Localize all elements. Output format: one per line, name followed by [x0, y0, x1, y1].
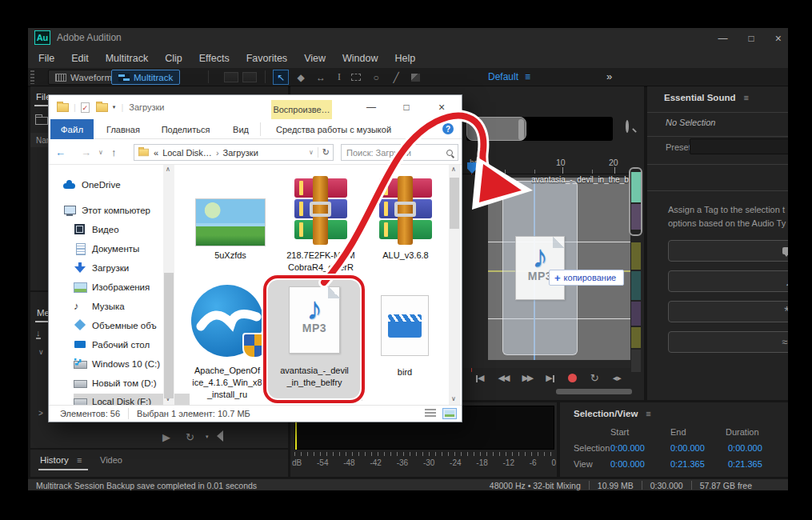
file-label[interactable]: bird	[357, 366, 453, 378]
file-icon-rar-archive-1[interactable]	[294, 178, 347, 242]
ribbon-tab-home[interactable]: Главная	[99, 119, 147, 139]
address-dropdown-icon[interactable]: ∨	[309, 149, 314, 156]
waveform-button[interactable]: Waveform	[48, 70, 119, 85]
dialogue-tag-button[interactable]: Di	[668, 240, 788, 262]
maximize-button[interactable]: □	[749, 33, 754, 44]
menu-item-file[interactable]: File	[38, 53, 54, 64]
recent-locations-icon[interactable]: ∨	[98, 149, 103, 156]
music-tag-button[interactable]: ♫ M	[668, 270, 788, 292]
details-view-icon[interactable]	[425, 409, 436, 418]
search-input[interactable]: Поиск: Загрузки	[341, 144, 458, 161]
address-bar[interactable]: « Local Disk… › Загрузки ∨ ↻	[134, 144, 334, 161]
file-icon-openoffice-installer[interactable]	[191, 285, 263, 357]
zoom-navigator-bar[interactable]	[466, 117, 613, 141]
essential-sound-menu-icon[interactable]: ≡	[743, 93, 748, 102]
rewind-button[interactable]: ◀◀	[498, 373, 508, 383]
file-label[interactable]: 5uXzfds	[182, 250, 278, 262]
lasso-tool-icon[interactable]: ○	[368, 70, 384, 85]
files-scroll-down-icon[interactable]: ∨	[451, 395, 456, 402]
sidebar-item-documents[interactable]: Документы	[74, 241, 139, 257]
back-icon[interactable]: ←	[55, 146, 66, 158]
nav-scroll-up-icon[interactable]: ∧	[166, 166, 170, 173]
menu-item-view[interactable]: View	[304, 53, 326, 64]
nav-scrollbar[interactable]: ∧ ∨	[163, 165, 174, 405]
sidebar-item-3d-objects[interactable]: Объемные объ	[74, 318, 157, 334]
skip-to-start-button[interactable]: ◀	[476, 373, 484, 383]
preset-dropdown[interactable]	[690, 138, 788, 154]
thumbnails-view-icon[interactable]	[442, 408, 457, 419]
brush-tool-icon[interactable]: ╱	[388, 70, 404, 85]
menu-item-help[interactable]: Help	[394, 53, 415, 64]
vertical-scrollbar-thumb[interactable]	[629, 167, 642, 236]
sidebar-item-downloads[interactable]: Загрузки	[74, 260, 129, 276]
ribbon-collapse-icon[interactable]: ∨	[425, 125, 430, 133]
zoom-navigator-selection[interactable]	[466, 117, 526, 141]
files-scroll-up-icon[interactable]: ∧	[451, 166, 456, 173]
media-loop-button[interactable]: ↻	[186, 431, 194, 443]
files-scrollbar[interactable]: ∧ ∨	[449, 165, 460, 405]
breadcrumb-drive[interactable]: Local Disk…	[162, 148, 212, 158]
sidebar-item-windows-c[interactable]: Windows 10 (C:)	[74, 356, 160, 372]
media-play-button[interactable]: ▶	[162, 431, 170, 443]
history-menu-icon[interactable]: ≡	[77, 455, 82, 465]
help-icon[interactable]: ?	[442, 123, 454, 134]
healing-brush-tool-icon[interactable]	[407, 70, 423, 85]
menu-item-multitrack[interactable]: Multitrack	[106, 53, 148, 64]
selection-view-title[interactable]: Selection/View	[574, 409, 638, 418]
move-tool-icon[interactable]: ↖	[273, 70, 289, 85]
qat-customize-icon[interactable]: ▾	[113, 104, 116, 110]
view-start-value[interactable]: 0:00.000	[610, 459, 645, 469]
marquee-tool-icon[interactable]	[348, 70, 364, 85]
nav-scrollbar-thumb[interactable]	[164, 273, 174, 398]
file-icon-rar-archive-2[interactable]	[379, 178, 432, 242]
collapse-chevron-icon[interactable]: ∨	[38, 348, 44, 356]
minimize-button[interactable]: —	[718, 33, 728, 44]
file-label[interactable]: ALU_v3.6.8	[358, 250, 454, 262]
skip-selection-button[interactable]: ◂▸	[613, 373, 622, 383]
record-button[interactable]	[568, 374, 577, 382]
explorer-minimize-button[interactable]: —	[354, 95, 389, 119]
fast-forward-button[interactable]: ▶▶	[522, 373, 532, 383]
up-icon[interactable]: ↑	[111, 146, 117, 158]
workspace-selector[interactable]: Default ≡	[488, 71, 530, 82]
ribbon-tab-view[interactable]: Вид	[226, 119, 255, 139]
view-end-value[interactable]: 0:21.365	[670, 459, 705, 469]
zoom-navigate-icon[interactable]	[626, 122, 629, 131]
open-file-icon[interactable]	[35, 117, 48, 125]
breadcrumb-downloads[interactable]: Загрузки	[223, 148, 258, 158]
ribbon-tab-music-tools[interactable]: Средства работы с музыкой	[270, 119, 398, 139]
menu-item-window[interactable]: Window	[342, 53, 378, 64]
explorer-maximize-button[interactable]: □	[389, 95, 424, 119]
selection-end-value[interactable]: 0:00.000	[670, 443, 705, 453]
sidebar-item-music[interactable]: ♪ Музыка	[74, 298, 125, 314]
explorer-close-button[interactable]: ×	[424, 95, 459, 119]
loop-playback-button[interactable]: ↻	[590, 372, 599, 384]
sidebar-item-new-volume-d[interactable]: Новый том (D:)	[74, 375, 157, 391]
speaker-dropdown-icon[interactable]: ▾	[206, 434, 209, 440]
zoom-navigator-handle[interactable]	[518, 119, 524, 140]
ribbon-tab-file[interactable]: Файл	[50, 119, 94, 139]
ribbon-tab-share[interactable]: Поделиться	[157, 119, 214, 139]
menu-item-effects[interactable]: Effects	[199, 53, 230, 64]
import-icon[interactable]: ↓	[36, 329, 41, 339]
properties-quick-icon[interactable]: ✓	[81, 102, 90, 113]
close-button[interactable]: ×	[775, 32, 782, 45]
forward-icon[interactable]: →	[81, 146, 91, 158]
sidebar-item-videos[interactable]: Видео	[74, 222, 119, 238]
sidebar-item-onedrive[interactable]: OneDrive	[63, 177, 121, 193]
view-duration-value[interactable]: 0:21.365	[728, 459, 762, 469]
ambience-tag-button[interactable]: ≈ Am	[668, 331, 788, 353]
menu-item-favorites[interactable]: Favorites	[246, 53, 287, 64]
expand-chevron-icon[interactable]: >	[38, 409, 43, 418]
file-icon-image-5uxzfds[interactable]	[195, 198, 266, 246]
address-collapsed-icon[interactable]: «	[154, 148, 158, 158]
audition-titlebar[interactable]: Au Adobe Audition — □ ×	[28, 28, 788, 48]
menu-item-edit[interactable]: Edit	[71, 53, 89, 64]
file-label[interactable]: Apache_OpenOf ice_4.1.6_Win_x8 _install_…	[179, 365, 275, 401]
sfx-tag-button[interactable]: * SF	[668, 301, 788, 322]
ibeam-tool-icon[interactable]: I	[331, 70, 347, 85]
selection-start-value[interactable]: 0:00.000	[610, 443, 645, 453]
toolbar-grip[interactable]	[30, 70, 34, 84]
refresh-icon[interactable]: ↻	[318, 147, 330, 158]
tab-video[interactable]: Video	[100, 455, 122, 465]
